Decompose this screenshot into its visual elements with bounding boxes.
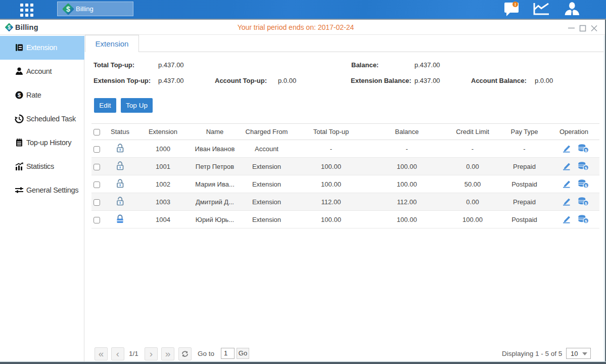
svg-text:$: $: [585, 201, 587, 205]
svg-text:$: $: [585, 148, 587, 152]
svg-text:$: $: [18, 92, 21, 98]
svg-text:$: $: [585, 183, 587, 188]
svg-text:$: $: [585, 218, 587, 223]
svg-text:$: $: [66, 5, 70, 13]
svg-text:!: !: [515, 2, 516, 7]
svg-text:$: $: [585, 165, 587, 170]
